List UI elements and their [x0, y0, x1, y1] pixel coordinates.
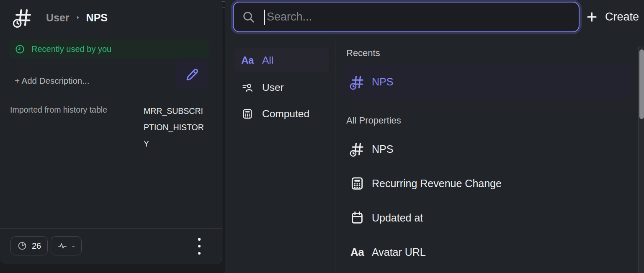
result-label: Recurring Revenue Change	[372, 178, 502, 190]
distinct-count-button[interactable]: 26	[10, 236, 48, 255]
result-label: NPS	[372, 143, 393, 155]
property-item-avatar-url[interactable]: Aa Avatar URL	[343, 238, 631, 266]
tab-label: Computed	[262, 108, 309, 120]
recents-heading: Recents	[346, 48, 380, 59]
tab-computed[interactable]: Computed	[234, 103, 329, 124]
edit-description-button[interactable]	[176, 61, 209, 88]
result-label: NPS	[372, 76, 393, 88]
imported-from-label: Imported from history table	[10, 105, 107, 115]
distinct-count-value: 26	[32, 241, 41, 251]
pencil-icon	[185, 67, 199, 82]
property-header: User NPS	[13, 8, 108, 28]
property-item-updated-at[interactable]: Updated at	[343, 204, 631, 232]
hash-clock-icon	[13, 8, 33, 28]
scrollbar-thumb[interactable]	[639, 49, 644, 119]
results-divider	[343, 107, 630, 107]
recently-used-label: Recently used by you	[31, 44, 111, 54]
scrollbar-track[interactable]	[638, 46, 644, 273]
tab-label: User	[262, 82, 284, 93]
property-detail-panel: User NPS Recently used by you + Add Desc…	[0, 0, 222, 264]
calendar-icon	[350, 210, 365, 225]
trend-value: -	[72, 241, 75, 251]
recent-item-nps[interactable]: NPS	[343, 65, 631, 99]
property-item-recurring-revenue-change[interactable]: Recurring Revenue Change	[343, 170, 631, 197]
imported-from-value: MRR_SUBSCRIPTION_HISTORY	[144, 103, 207, 152]
hash-clock-icon	[350, 75, 365, 90]
text-type-icon: Aa	[350, 245, 365, 260]
kebab-menu-button[interactable]	[193, 237, 205, 255]
pie-chart-icon	[17, 241, 27, 251]
screen: Create Aa All User	[0, 0, 644, 273]
create-button[interactable]: Create	[585, 6, 644, 27]
activity-trend-button[interactable]: -	[51, 236, 82, 255]
kebab-dot	[198, 245, 201, 248]
user-list-icon	[242, 82, 253, 93]
recently-used-badge: Recently used by you	[9, 40, 209, 58]
tab-all[interactable]: Aa All	[234, 48, 329, 72]
tab-user[interactable]: User	[234, 77, 329, 98]
calculator-icon	[350, 176, 365, 191]
hash-clock-icon	[350, 142, 365, 157]
clock-icon	[15, 44, 25, 54]
add-description[interactable]: + Add Description...	[15, 76, 89, 86]
property-search-modal: Create Aa All User	[225, 0, 644, 273]
plus-icon	[585, 10, 598, 23]
all-properties-heading: All Properties	[346, 115, 401, 126]
kebab-dot	[198, 238, 201, 241]
search-input[interactable]	[265, 3, 579, 31]
kebab-dot	[198, 252, 201, 255]
activity-icon	[57, 241, 67, 251]
chevron-right-icon	[75, 14, 81, 21]
breadcrumb: User NPS	[46, 12, 108, 24]
breadcrumb-current: NPS	[86, 12, 108, 24]
search-icon	[242, 10, 255, 23]
create-button-label: Create	[605, 10, 639, 23]
result-label: Updated at	[372, 212, 423, 224]
property-item-nps[interactable]: NPS	[343, 135, 631, 163]
tab-label: All	[262, 54, 273, 66]
breadcrumb-parent[interactable]: User	[46, 12, 70, 24]
result-label: Avatar URL	[372, 246, 426, 258]
text-type-icon: Aa	[242, 54, 253, 66]
footer-divider	[0, 228, 222, 229]
modal-divider	[335, 38, 335, 273]
search-bar[interactable]	[233, 2, 580, 32]
calculator-icon	[242, 108, 253, 120]
